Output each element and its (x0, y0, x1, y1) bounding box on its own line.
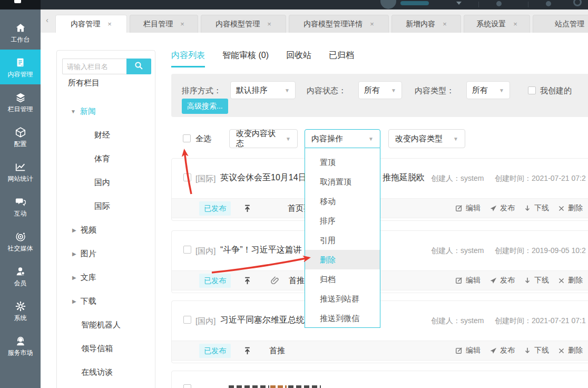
help-icon[interactable] (573, 0, 582, 6)
edit-button[interactable]: 编辑 (455, 346, 481, 355)
chat-icon (15, 196, 26, 208)
row-created-time: 创建时间：2019-09-05 10:2 (495, 246, 586, 256)
offline-button[interactable]: 下线 (524, 346, 549, 355)
menu-item-move[interactable]: 移动 (305, 191, 380, 211)
sort-select[interactable]: 默认排序▼ (230, 81, 296, 99)
row-checkbox[interactable] (183, 384, 191, 388)
content-tabs: 内容列表 智能审核 (0) 回收站 已归档 (171, 50, 354, 67)
bulk-action-row: 全选 改变内容状态▼ 内容操作▼ 改变内容类型▼ (171, 129, 588, 148)
delete-button[interactable]: 删除 (558, 203, 583, 213)
edit-button[interactable]: 编辑 (455, 203, 481, 213)
row-title[interactable]: 英议会休会至10月14日 (220, 172, 307, 183)
top-bar (0, 0, 588, 9)
tree-item-finance[interactable]: 财经 (94, 130, 110, 140)
row-title[interactable]: 习近平同塞尔维亚总统 (220, 315, 305, 326)
row-created-time: 创建时间：2021-07-21 07:1 (495, 316, 586, 326)
edit-button[interactable]: 编辑 (455, 276, 481, 285)
type-select[interactable]: 所有▼ (466, 81, 510, 99)
edit-icon (455, 347, 463, 354)
tree-item-sports[interactable]: 体育 (94, 153, 110, 164)
search-button[interactable] (126, 59, 151, 74)
tab-content-mgmt[interactable]: 内容管理× (55, 15, 127, 33)
sidebar-item-site-stats[interactable]: 网站统计 (0, 154, 41, 189)
notification-icon[interactable] (496, 1, 502, 6)
tree-item-library[interactable]: ▶文库 (72, 272, 96, 283)
sidebar: 工作台 内容管理 栏目管理 配置 网站统计 互动 社交媒体 会员 系统 服务市场 (0, 9, 41, 388)
menu-item-archive[interactable]: 归档 (305, 269, 380, 289)
created-by-me-checkbox[interactable] (528, 86, 536, 94)
link-icon[interactable] (271, 276, 280, 287)
tab-recycle-bin[interactable]: 回收站 (286, 50, 311, 67)
menu-item-push-sites[interactable]: 推送到站群 (305, 289, 380, 308)
tabs-scroll-left-icon[interactable]: ‹ (46, 15, 48, 24)
menu-item-unpin-top[interactable]: 取消置顶 (305, 172, 380, 191)
sidebar-item-social-media[interactable]: 社交媒体 (0, 224, 41, 258)
sidebar-item-interaction[interactable]: 互动 (0, 189, 41, 224)
sidebar-item-service-market[interactable]: 服务市场 (0, 328, 41, 363)
row-tag: 首推 (269, 346, 285, 356)
delete-button[interactable]: 删除 (558, 346, 583, 355)
sidebar-item-config[interactable]: 配置 (0, 119, 41, 154)
sidebar-item-system[interactable]: 系统 (0, 293, 41, 328)
chevron-down-icon[interactable]: ▼ (71, 109, 76, 114)
tree-item-international[interactable]: 国际 (94, 201, 110, 211)
tree-item-leader-mailbox[interactable]: 领导信箱 (81, 343, 113, 354)
app-logo-icon (14, 0, 21, 3)
menu-item-pin-top[interactable]: 置顶 (305, 152, 380, 172)
close-icon[interactable]: × (107, 20, 112, 28)
row-title[interactable]: “斗争”！习近平这篇讲 (220, 245, 302, 256)
row-creator: 创建人：system (431, 316, 484, 326)
menu-item-push-wechat[interactable]: 推送到微信 (305, 308, 380, 328)
menu-item-delete[interactable]: 删除 (305, 250, 380, 269)
tree-item-video[interactable]: ▶视频 (72, 225, 96, 235)
chevron-right-icon[interactable]: ▶ (72, 227, 76, 233)
pin-top-icon[interactable] (243, 346, 252, 357)
tree-item-news[interactable]: ▼新闻 (71, 106, 96, 117)
change-type-select[interactable]: 改变内容类型▼ (388, 129, 465, 148)
chevron-right-icon[interactable]: ▶ (72, 251, 76, 257)
row-creator: 创建人：system (431, 174, 484, 183)
row-title-tail[interactable]: 推拖延脱欧 (383, 172, 425, 183)
sidebar-item-workbench[interactable]: 工作台 (0, 15, 41, 50)
chevron-down-icon: ▼ (286, 136, 291, 142)
sidebar-item-column-mgmt[interactable]: 栏目管理 (0, 84, 41, 119)
tab-archived[interactable]: 已归档 (329, 50, 354, 67)
tree-item-domestic[interactable]: 国内 (94, 177, 110, 188)
menu-item-sort[interactable]: 排序 (305, 211, 380, 230)
chevron-down-icon[interactable] (456, 2, 462, 5)
pin-top-icon[interactable] (243, 204, 252, 215)
tree-all-columns-label[interactable]: 所有栏目 (68, 78, 100, 88)
row-checkbox[interactable] (183, 316, 191, 324)
publish-button[interactable]: 发布 (489, 346, 515, 355)
chevron-right-icon[interactable]: ▶ (72, 275, 76, 280)
tree-item-robot[interactable]: 智能机器人 (81, 319, 121, 330)
menu-item-reference[interactable]: 引用 (305, 230, 380, 250)
offline-button[interactable]: 下线 (524, 203, 549, 213)
sidebar-item-content-mgmt[interactable]: 内容管理 (0, 50, 41, 84)
advanced-search-button[interactable]: 高级搜索... (182, 99, 228, 114)
content-action-select[interactable]: 内容操作▼ (305, 129, 380, 148)
arrow-down-icon (524, 347, 531, 354)
tree-item-images[interactable]: ▶图片 (72, 248, 96, 259)
sidebar-item-members[interactable]: 会员 (0, 258, 41, 293)
divider (478, 2, 479, 7)
select-all-checkbox[interactable] (183, 134, 191, 142)
publish-button[interactable]: 发布 (489, 276, 515, 285)
user-avatar[interactable] (380, 0, 396, 9)
change-status-select[interactable]: 改变内容状态▼ (229, 129, 298, 148)
tab-content-list[interactable]: 内容列表 (171, 50, 205, 67)
column-search-input[interactable] (62, 59, 126, 74)
chevron-right-icon[interactable]: ▶ (72, 298, 76, 304)
tree-item-downloads[interactable]: ▶下载 (72, 296, 96, 306)
tree-item-online-interview[interactable]: 在线访谈 (81, 367, 113, 377)
publish-button[interactable]: 发布 (489, 203, 515, 213)
offline-button[interactable]: 下线 (524, 276, 549, 285)
status-select[interactable]: 所有▼ (358, 81, 402, 99)
row-checkbox[interactable] (183, 246, 191, 254)
row-checkbox[interactable] (183, 173, 191, 181)
pin-top-icon[interactable] (243, 276, 252, 287)
user-icon[interactable] (546, 1, 551, 6)
tab-smart-review[interactable]: 智能审核 (0) (222, 50, 269, 67)
delete-button[interactable]: 删除 (558, 276, 583, 285)
select-all-label: 全选 (195, 134, 211, 144)
